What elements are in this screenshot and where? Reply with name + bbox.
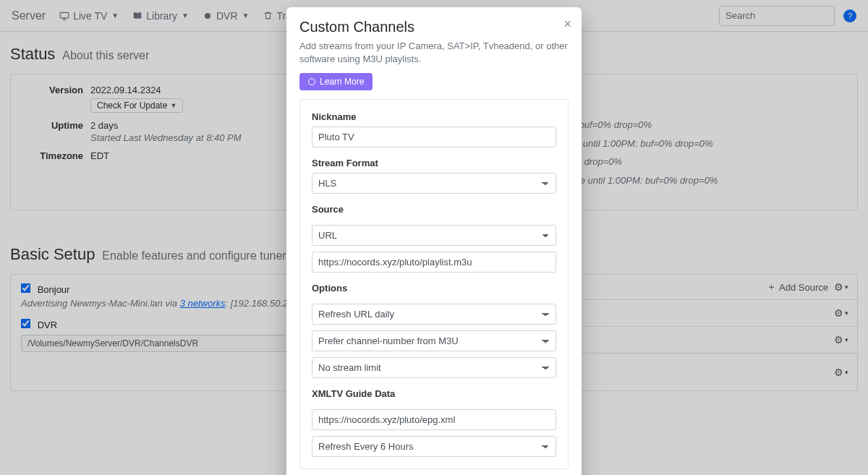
stream-format-select[interactable]: HLS [312, 173, 556, 194]
close-button[interactable]: × [563, 17, 571, 30]
stream-format-label: Stream Format [312, 158, 556, 168]
nickname-input[interactable] [312, 127, 556, 147]
source-url-input[interactable] [312, 252, 556, 273]
source-label: Source [312, 204, 556, 215]
xmltv-refresh-select[interactable]: Refresh Every 6 Hours [312, 436, 556, 457]
stream-limit-select[interactable]: No stream limit [312, 357, 556, 378]
modal-title: Custom Channels [299, 19, 569, 35]
refresh-url-select[interactable]: Refresh URL daily [312, 304, 556, 325]
prefer-channel-select[interactable]: Prefer channel-number from M3U [312, 330, 556, 351]
close-icon: × [563, 17, 571, 31]
custom-channels-modal: Custom Channels × Add streams from your … [286, 7, 582, 475]
nickname-label: Nickname [312, 111, 556, 122]
learn-more-button[interactable]: Learn More [299, 73, 373, 90]
xmltv-label: XMLTV Guide Data [312, 388, 556, 399]
xmltv-url-input[interactable] [312, 409, 556, 430]
info-icon [308, 78, 315, 85]
options-label: Options [312, 283, 556, 294]
modal-description: Add streams from your IP Camera, SAT>IP,… [299, 40, 569, 66]
source-type-select[interactable]: URL [312, 225, 556, 246]
